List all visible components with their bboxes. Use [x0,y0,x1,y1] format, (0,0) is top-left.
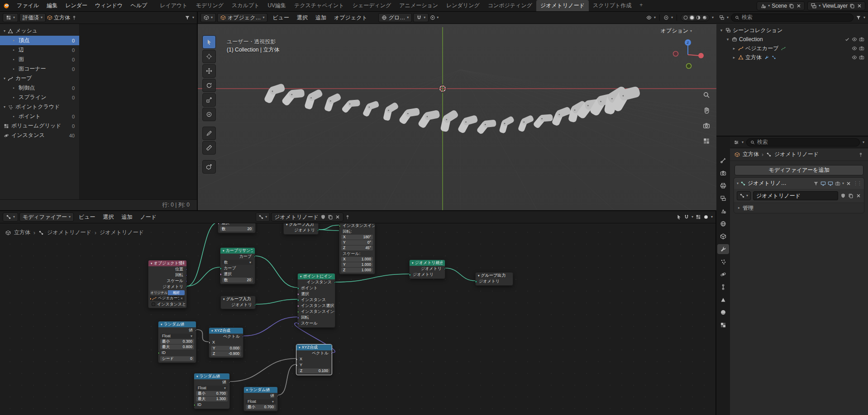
topbar-menu-3[interactable]: ウィンドウ [91,0,126,11]
node-header[interactable]: ▾グループ入力 [284,223,318,227]
camera-icon[interactable] [859,46,864,51]
spreadsheet-table-area[interactable] [80,24,197,199]
camera-icon[interactable] [859,37,864,42]
node-value-field[interactable]: 数20 [222,278,253,283]
topbar-menu-1[interactable]: 編集 [43,0,61,11]
node-join-geometry[interactable]: ▾ジオメトリ統合ジオメトリジオメトリ [409,259,445,279]
output-socket[interactable] [334,281,335,284]
rendered-shading-icon[interactable] [702,15,707,20]
camera-view-icon[interactable] [703,122,710,129]
input-socket[interactable] [298,305,299,307]
node-canvas[interactable]: 立方体 › ジオメトリノード › ジオメトリノード 選択数20▾グループ入力ジオ… [0,223,715,415]
input-socket[interactable] [298,322,299,325]
output-socket[interactable] [186,268,187,271]
input-socket[interactable] [298,316,299,319]
viewport-menu-0[interactable]: ビュー [269,13,293,23]
properties-tab-tool[interactable] [717,156,729,165]
delete-viewlayer-icon[interactable] [857,3,862,9]
node-tree-selector[interactable]: ジオメトリノード [271,212,343,222]
node-group-output[interactable]: ▾グループ出力ジオメトリ [475,272,513,286]
gizmo-x-axis[interactable] [698,53,704,58]
editor-type-dropdown[interactable]: ▾ [3,13,18,22]
tree-browse-button[interactable]: ▾ [256,212,270,222]
node-object-field[interactable]: ベジエカーブ× [150,296,185,301]
viewport-3d[interactable]: ▾ オブジェク…▾ ビュー選択追加オブジェクト グロ…▾ ▾ ▾ ▾ ▾ [198,12,716,210]
workspace-tab-10[interactable]: スクリプト作成 [589,0,635,11]
node-combine-xyz-2[interactable]: ▾XYZ合成ベクトルXYZ0.100 [296,344,332,375]
node-value-field[interactable]: Y0.000 [211,346,241,351]
properties-tab-texture[interactable] [717,320,729,330]
node-header[interactable]: ▾オブジェクト情報 [148,260,186,266]
properties-tab-view-layer[interactable] [717,193,729,203]
tool-add-cube[interactable] [202,160,216,174]
wireframe-shading-icon[interactable] [683,15,688,20]
navigation-gizmo[interactable]: Z [670,37,706,72]
node-value-field[interactable]: X1.000 [341,257,373,262]
outliner-row-0[interactable]: ▾シーンコレクション [716,26,868,35]
properties-tab-particles[interactable] [717,257,729,267]
input-socket[interactable] [220,267,222,270]
parent-tree-icon[interactable] [676,214,682,220]
dataset-dropdown[interactable]: 評価済▾ [19,13,46,22]
input-socket[interactable] [194,404,196,406]
input-socket[interactable] [298,299,299,302]
topbar-menu-4[interactable]: ヘルプ [127,0,151,11]
node-editor-menu-0[interactable]: ビュー [75,212,99,222]
outliner-filter-icon[interactable] [856,15,861,20]
workspace-tab-8[interactable]: コンポジティング [484,0,536,11]
blender-logo[interactable] [3,2,12,9]
eye-icon[interactable] [852,37,857,42]
node-value-field[interactable]: 最大0.800 [160,344,194,349]
node-header[interactable]: ▾ジオメトリ統合 [410,260,445,266]
input-socket[interactable] [298,287,299,290]
input-socket[interactable] [296,358,298,361]
gizmo-x-neg-axis[interactable] [673,52,678,57]
node-header[interactable]: ▾グループ入力 [221,296,255,302]
output-socket[interactable] [186,286,187,288]
workspace-tab-9[interactable]: ジオメトリノード [536,0,589,11]
tool-rotate[interactable] [202,79,216,92]
topbar-menu-2[interactable]: レンダー [62,0,91,11]
node-value-field[interactable]: 最小0.700 [196,391,228,396]
properties-tab-object[interactable] [717,231,729,241]
output-socket[interactable] [444,268,445,270]
node-value-field[interactable]: Y0° [341,240,373,245]
add-workspace-tab[interactable]: + [635,0,647,11]
magnet-icon[interactable] [684,214,689,220]
node-value-field[interactable]: Z-0.900 [211,351,241,356]
node-object-info[interactable]: ▾オブジェクト情報位置回転スケールジオメトリオリジナル相対ベジエカーブ×インスタ… [148,260,187,308]
properties-tab-scene[interactable] [717,206,729,216]
node-value-field[interactable]: シード0 [160,356,194,361]
output-socket[interactable] [195,329,196,332]
node-random-value-2[interactable]: ▾ランダム値値Float▾最小0.700最大1.300ID [194,373,230,409]
properties-tab-material[interactable] [717,307,729,317]
gizmos-toggle-icon[interactable] [663,15,669,20]
copy-scene-icon[interactable] [789,3,794,9]
input-socket[interactable] [298,293,299,296]
solid-shading-icon[interactable] [689,15,695,20]
node-group-input-top[interactable]: ▾グループ入力ジオメトリ [283,223,319,235]
output-socket[interactable] [331,352,332,355]
node-value-field[interactable]: X180° [341,235,373,240]
scene-selector[interactable]: ▾ Scene [757,1,805,10]
workspace-tab-4[interactable]: テクスチャペイント [290,0,348,11]
node-editor-menu-2[interactable]: 追加 [118,212,136,222]
properties-tab-object-data[interactable] [717,295,729,305]
spreadsheet-row-5[interactable]: ▾カーブ [0,74,79,83]
checkbox[interactable] [152,302,155,306]
viewport-menu-1[interactable]: 選択 [293,13,311,23]
node-resample-curve-partial[interactable]: 選択数20 [218,223,256,233]
tool-cursor[interactable] [202,50,216,63]
workspace-tab-0[interactable]: レイアウト [156,0,191,11]
material-shading-icon[interactable] [696,15,701,20]
gizmo-y-axis[interactable] [687,64,692,69]
zoom-icon[interactable] [703,91,710,99]
node-header[interactable]: ▾カーブリサンプル [220,248,255,254]
input-socket[interactable] [158,352,160,354]
breadcrumb-modifier[interactable]: ジオメトリノード [47,229,91,236]
orientation-dropdown[interactable]: グロ…▾ [378,13,412,22]
remove-modifier-icon[interactable] [846,181,851,186]
output-socket[interactable] [229,381,230,384]
topbar-menu-0[interactable]: ファイル [13,0,43,11]
editor-type-dropdown[interactable]: ▾ [3,212,18,222]
